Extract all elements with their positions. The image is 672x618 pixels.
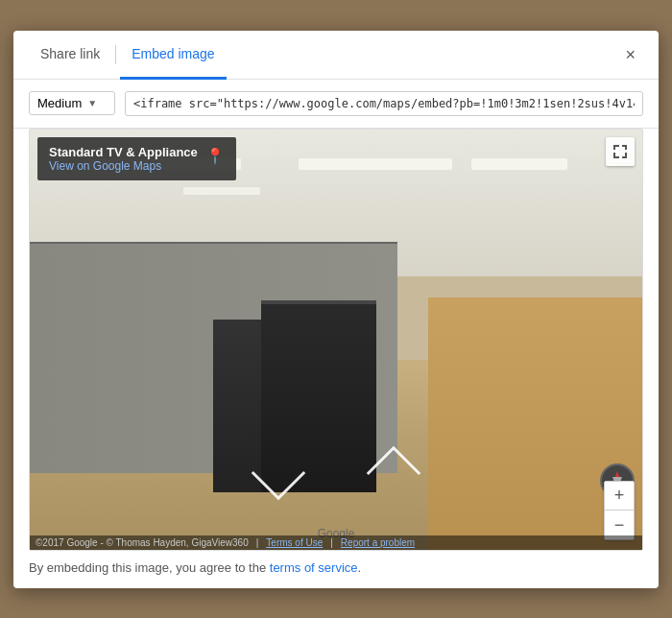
nav-arrow-right[interactable] [367, 445, 421, 500]
disclaimer-text: By embedding this image, you agree to th… [13, 551, 659, 588]
report-problem-link[interactable]: Report a problem [341, 537, 415, 548]
ceiling-light [183, 187, 260, 195]
map-footer: ©2017 Google - © Thomas Hayden, GigaView… [30, 535, 642, 550]
tab-bar: Share link Embed image × [13, 31, 659, 80]
nav-arrow-left[interactable] [252, 445, 306, 500]
ceiling-light [471, 158, 567, 170]
footer-divider: | [256, 537, 259, 548]
embed-toolbar: Medium ▼ [13, 80, 659, 129]
embed-code-input[interactable] [125, 91, 643, 116]
street-view-image: Standard TV & Appliance View on Google M… [30, 130, 642, 550]
size-dropdown[interactable]: Medium ▼ [29, 91, 115, 115]
size-dropdown-label: Medium [37, 96, 82, 110]
terms-of-service-link[interactable]: terms of service [270, 560, 358, 575]
disclaimer-prefix: By embedding this image, you agree to th… [29, 560, 270, 575]
navigation-arrows [259, 454, 413, 492]
store-name-label: Standard TV & Appliance [49, 145, 198, 159]
expand-button[interactable] [606, 137, 635, 166]
close-button[interactable]: × [617, 42, 643, 67]
tab-share-link[interactable]: Share link [29, 31, 111, 80]
copyright-text: ©2017 Google - © Thomas Hayden, GigaView… [36, 537, 249, 548]
footer-divider-2: | [330, 537, 333, 548]
zoom-in-button[interactable]: + [605, 482, 634, 511]
pin-icon: 📍 [205, 147, 225, 165]
chevron-down-icon: ▼ [87, 98, 107, 108]
map-container: Standard TV & Appliance View on Google M… [29, 129, 643, 551]
ceiling-light [299, 158, 452, 170]
embed-modal: Share link Embed image × Medium ▼ [13, 31, 659, 588]
disclaimer-period: . [358, 560, 362, 575]
view-on-maps-link[interactable]: View on Google Maps [49, 159, 198, 173]
location-info-overlay: Standard TV & Appliance View on Google M… [37, 137, 236, 180]
tab-embed-image[interactable]: Embed image [120, 31, 226, 80]
expand-icon [613, 145, 627, 158]
terms-of-use-link[interactable]: Terms of Use [266, 537, 323, 548]
tab-divider [115, 45, 116, 64]
zoom-controls: + − [604, 481, 635, 540]
